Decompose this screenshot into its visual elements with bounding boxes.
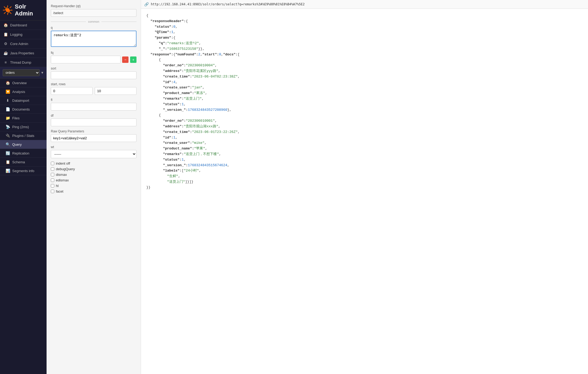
dismax-label: dismax [56,173,67,177]
sidebar-item-files[interactable]: 📁 Files [0,114,47,123]
fq-add-button[interactable]: + [130,56,136,63]
segments-info-icon: 📊 [5,169,10,173]
collection-arrow-icon: ▼ [41,71,44,75]
dismax-checkbox[interactable] [51,173,54,176]
hl-label: hl [56,184,59,188]
plugins-stats-icon: 🔌 [5,133,10,138]
sidebar-item-thread-dump[interactable]: ≡ Thread Dump [0,58,47,67]
sidebar-item-query[interactable]: 🔍 Query [0,140,47,149]
start-rows-group: start, rows [51,82,136,95]
sidebar-item-query-label: Query [12,143,22,147]
json-response: { "responseHeader":{ "status":0, "QTime"… [141,9,588,374]
sidebar-item-documents-label: Documents [12,107,30,111]
sidebar-item-schema-label: Schema [12,160,25,164]
documents-icon: 📄 [5,107,10,111]
hl-item: hl [51,184,136,188]
sidebar-item-java-properties-label: Java Properties [10,51,34,55]
svg-line-8 [4,12,6,14]
sidebar-item-analysis-label: Analysis [12,90,25,94]
df-group: df [51,114,136,126]
debug-query-checkbox[interactable] [51,167,54,171]
request-handler-group: Request-Handler (qt) [51,4,136,17]
fq-remove-button[interactable]: − [122,56,129,63]
sub-nav: 🏠 Overview 🔽 Analysis ⬇ Dataimport 📄 Doc… [0,79,47,175]
logo-area: Solr Admin [0,0,47,21]
analysis-icon: 🔽 [5,90,10,94]
sidebar-item-analysis[interactable]: 🔽 Analysis [0,87,47,96]
edismax-checkbox[interactable] [51,178,54,182]
indent-off-label: indent off [56,161,70,165]
replication-icon: 🔄 [5,151,10,155]
sidebar-item-replication[interactable]: 🔄 Replication [0,149,47,158]
request-handler-label: Request-Handler (qt) [51,4,136,8]
overview-icon: 🏠 [5,81,10,85]
sort-input[interactable] [51,71,136,79]
response-url: http://192.168.244.41:8983/solr/orders/s… [151,2,305,6]
indent-off-item: indent off [51,161,136,165]
sidebar-item-java-properties[interactable]: ☕ Java Properties [0,48,47,58]
logging-icon: 📋 [3,32,8,36]
raw-query-group: Raw Query Parameters [51,129,136,142]
divider-line-right [101,22,136,22]
fl-group: fl [51,98,136,111]
start-input[interactable] [51,87,93,95]
checkbox-group: indent off debugQuery dismax edismax hl … [51,161,136,193]
sidebar-item-ping-label: Ping (2ms) [12,125,29,129]
sidebar-item-dashboard[interactable]: 🏠 Dashboard [0,21,47,30]
wt-label: wt [51,145,136,149]
sidebar-item-documents[interactable]: 📄 Documents [0,105,47,114]
sidebar-item-ping[interactable]: 📡 Ping (2ms) [0,123,47,131]
sidebar-item-segments-info-label: Segments info [12,169,34,173]
facet-checkbox[interactable] [51,190,54,193]
common-divider: common [51,20,136,23]
sidebar-item-replication-label: Replication [12,151,29,155]
hl-checkbox[interactable] [51,184,54,188]
dataimport-icon: ⬇ [5,98,10,103]
df-input[interactable] [51,119,136,126]
fl-input[interactable] [51,103,136,111]
debug-query-label: debugQuery [56,167,75,171]
q-input[interactable]: remarks:送货^2 [51,31,136,47]
raw-query-input[interactable] [51,134,136,142]
request-handler-input[interactable] [51,9,136,17]
fq-label: fq [51,51,136,55]
indent-off-checkbox[interactable] [51,162,54,165]
url-icon: 🔗 [144,2,149,6]
sidebar-item-overview[interactable]: 🏠 Overview [0,79,47,87]
common-label: common [88,20,99,23]
collection-select[interactable]: orders [3,69,40,76]
sidebar-item-dataimport-label: Dataimport [12,99,29,103]
sidebar-item-dataimport[interactable]: ⬇ Dataimport [0,96,47,105]
top-nav: 🏠 Dashboard 📋 Logging ⚙ Core Admin ☕ Jav… [0,21,47,67]
edismax-label: edismax [56,178,69,182]
sidebar-item-logging[interactable]: 📋 Logging [0,30,47,39]
response-url-bar: 🔗 http://192.168.244.41:8983/solr/orders… [141,0,588,9]
sidebar-item-plugins-stats[interactable]: 🔌 Plugins / Stats [0,131,47,140]
dashboard-icon: 🏠 [3,23,8,27]
core-admin-icon: ⚙ [3,42,8,46]
wt-group: wt ------ json xml csv python ruby php p… [51,145,136,158]
sidebar-item-thread-dump-label: Thread Dump [10,60,31,64]
response-panel: 🔗 http://192.168.244.41:8983/solr/orders… [141,0,588,374]
sidebar-item-core-admin-label: Core Admin [10,42,28,46]
facet-item: facet [51,189,136,193]
wt-select[interactable]: ------ json xml csv python ruby php phps [51,150,136,158]
collection-selector: orders ▼ [0,67,47,79]
fl-label: fl [51,98,136,102]
sidebar-item-schema[interactable]: 📋 Schema [0,158,47,166]
sidebar-item-core-admin[interactable]: ⚙ Core Admin [0,39,47,48]
fq-group: fq − + [51,51,136,63]
svg-line-7 [10,7,11,8]
query-panel: Request-Handler (qt) common q remarks:送货… [47,0,141,374]
raw-query-label: Raw Query Parameters [51,129,136,133]
sidebar-item-segments-info[interactable]: 📊 Segments info [0,166,47,175]
svg-line-5 [4,7,6,8]
sidebar: Solr Admin 🏠 Dashboard 📋 Logging ⚙ Core … [0,0,47,374]
fq-input[interactable] [51,56,121,63]
start-rows-label: start, rows [51,82,136,86]
facet-label: facet [56,189,63,193]
rows-input[interactable] [95,87,136,95]
svg-line-6 [10,12,11,14]
df-label: df [51,114,136,117]
main-content: Request-Handler (qt) common q remarks:送货… [47,0,588,374]
